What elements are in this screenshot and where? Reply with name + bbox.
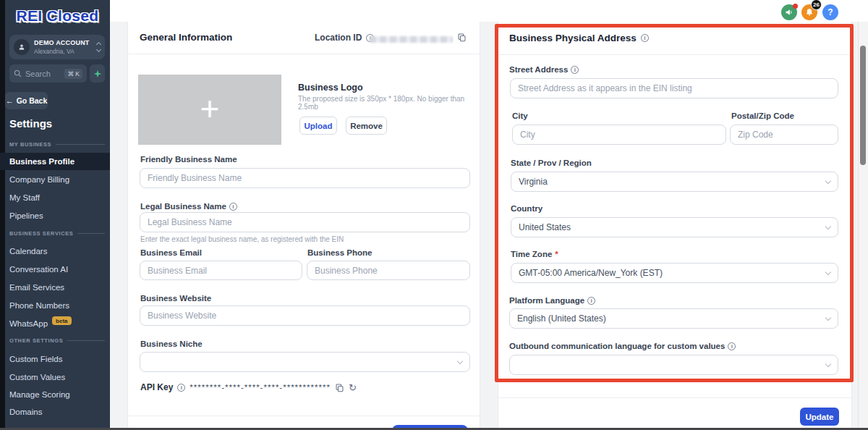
sidebar-item-company-billing[interactable]: Company Billing [0, 171, 110, 188]
general-information-card: General Information Location ID + Busine… [127, 22, 480, 430]
account-avatar [14, 39, 30, 55]
account-location: Alexandria, VA [34, 48, 95, 55]
info-icon[interactable] [177, 384, 185, 392]
api-key-row: API Key ********-****-****-****-********… [140, 382, 357, 392]
sidebar-item-email-services[interactable]: Email Services [0, 279, 110, 296]
back-arrow-icon: ← [6, 96, 14, 105]
upload-button[interactable]: Upload [299, 117, 337, 135]
announcements-button[interactable] [781, 4, 797, 20]
copy-icon [335, 383, 344, 392]
refresh-icon: ↻ [349, 383, 357, 392]
bell-icon [805, 8, 814, 17]
country-select[interactable]: United States [511, 217, 838, 237]
search-input[interactable]: Search ⌘ K [9, 64, 87, 83]
business-logo-hint: The proposed size is 350px * 180px. No b… [298, 95, 479, 111]
chevron-down-icon [457, 358, 463, 363]
legal-name-hint: Enter the exact legal business name, as … [140, 235, 344, 243]
platform-language-select[interactable]: English (United States) [509, 308, 838, 329]
business-logo-title: Business Logo [298, 83, 363, 93]
business-niche-select[interactable] [140, 352, 470, 372]
copy-api-key-button[interactable] [335, 383, 344, 392]
copy-icon [457, 33, 467, 42]
country-label: Country [511, 204, 542, 213]
help-button[interactable]: ? [822, 4, 838, 20]
info-icon[interactable] [587, 297, 595, 305]
sidebar-item-calendars[interactable]: Calendars [0, 243, 110, 260]
sidebar-item-phone-numbers[interactable]: Phone Numbers [0, 297, 110, 314]
ai-assistant-button[interactable] [90, 64, 105, 83]
regenerate-api-key-button[interactable]: ↻ [349, 383, 357, 392]
go-back-button[interactable]: ← Go Back [5, 92, 48, 109]
zip-input[interactable] [730, 125, 838, 145]
copy-location-id-button[interactable] [457, 33, 467, 42]
sidebar-item-business-profile[interactable]: Business Profile [0, 153, 110, 170]
scrollbar-thumb[interactable] [860, 46, 866, 165]
business-phone-label: Business Phone [307, 248, 372, 257]
city-input[interactable] [512, 125, 726, 145]
state-label: State / Prov / Region [511, 159, 592, 167]
card-title-address-row: Business Physical Address [509, 33, 649, 43]
business-logo-dropzone[interactable]: + [138, 75, 281, 145]
chevron-down-icon [825, 314, 831, 320]
sidebar-item-conversation-ai[interactable]: Conversation AI [0, 261, 110, 278]
alert-dot [793, 4, 798, 9]
business-email-label: Business Email [140, 248, 202, 257]
sidebar-section-my-business: MY BUSINESS [9, 140, 105, 148]
sidebar-item-custom-values[interactable]: Custom Values [0, 368, 110, 386]
card-title-address: Business Physical Address [509, 33, 637, 43]
info-icon[interactable] [728, 342, 736, 350]
chevron-down-icon [825, 177, 831, 183]
info-icon[interactable] [641, 34, 649, 42]
update-button[interactable]: Update [800, 408, 839, 426]
outbound-language-select[interactable] [509, 355, 838, 375]
business-email-input[interactable] [140, 261, 302, 280]
info-icon[interactable] [571, 66, 579, 74]
sidebar-section-business-services: BUSINESS SERVICES [9, 229, 105, 237]
question-icon: ? [827, 7, 833, 17]
sparkle-icon [93, 69, 102, 78]
outbound-language-label: Outbound communication language for cust… [509, 342, 736, 350]
business-physical-address-card: Business Physical Address Street Address… [498, 22, 852, 430]
street-address-label: Street Address [509, 65, 579, 74]
business-website-input[interactable] [140, 305, 470, 326]
sidebar-item-custom-fields[interactable]: Custom Fields [0, 350, 110, 368]
plus-icon: + [200, 92, 220, 125]
city-label: City [512, 111, 528, 120]
sidebar-section-other-settings: OTHER SETTINGS [9, 336, 105, 345]
timezone-select[interactable]: GMT-05:00 America/New_York (EST) [511, 263, 838, 283]
business-website-label: Business Website [140, 294, 211, 303]
remove-button[interactable]: Remove [346, 117, 387, 135]
legal-name-input[interactable] [140, 212, 470, 232]
state-select[interactable]: Virginia [511, 172, 838, 192]
chevron-down-icon [825, 361, 831, 366]
legal-name-label: Legal Business Name [140, 202, 237, 211]
sidebar-item-manage-scoring[interactable]: Manage Scoring [0, 386, 110, 403]
person-pin-icon [17, 43, 26, 51]
divider [498, 397, 851, 398]
friendly-name-input[interactable] [140, 168, 470, 188]
chevron-down-icon [825, 269, 831, 274]
sidebar-item-domains[interactable]: Domains [0, 403, 110, 421]
info-icon[interactable] [229, 203, 237, 211]
street-address-input[interactable] [510, 78, 838, 98]
divider [128, 54, 480, 54]
platform-language-label: Platform Language [509, 296, 595, 305]
beta-badge: beta [52, 316, 71, 325]
notification-count-badge: 26 [811, 0, 822, 10]
business-niche-label: Business Niche [140, 340, 203, 348]
sidebar-item-whatsapp[interactable]: WhatsApp beta [0, 315, 110, 332]
location-id-label: Location ID [315, 33, 362, 43]
notifications-button[interactable]: 26 [801, 4, 817, 20]
search-shortcut-badge: ⌘ K [64, 69, 82, 79]
sidebar-item-my-staff[interactable]: My Staff [0, 189, 110, 206]
topbar: 26 ? [110, 0, 868, 22]
friendly-name-label: Friendly Business Name [140, 155, 237, 164]
account-name: DEMO ACCOUNT [34, 39, 95, 46]
sidebar-item-pipelines[interactable]: Pipelines [0, 207, 110, 224]
divider [498, 54, 851, 55]
business-phone-input[interactable] [307, 261, 470, 280]
account-switcher[interactable]: DEMO ACCOUNT Alexandria, VA [9, 35, 105, 59]
card-title-general: General Information [140, 32, 232, 43]
search-placeholder: Search [25, 69, 61, 78]
divider [128, 416, 480, 416]
